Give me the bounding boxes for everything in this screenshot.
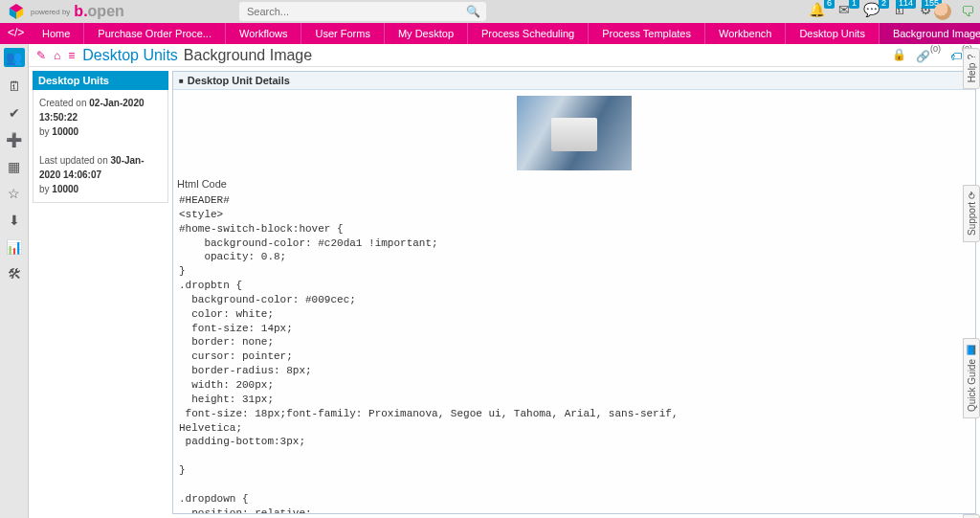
rail-check-icon[interactable]: ✔ [9, 105, 20, 121]
nav-item-workbench[interactable]: Workbench [705, 23, 786, 44]
lock-icon[interactable]: 🔒 [892, 48, 906, 63]
nav-item-user-forms[interactable]: User Forms [301, 23, 384, 44]
brand: b.open [74, 3, 123, 20]
dock-guide[interactable]: Quick Guide 📘 [963, 338, 980, 418]
mail-icon[interactable]: ✉1 [838, 2, 850, 17]
topbar: powered by b.open 🔍 🔔6 ✉1 💬2 🗓114 ⚙155 🗨 [0, 0, 980, 23]
nav-item-my-desktop[interactable]: My Desktop [385, 23, 468, 44]
top-icons: 🔔6 ✉1 💬2 🗓114 ⚙155 [809, 2, 932, 17]
chat-bubble-icon[interactable]: 🗨 [961, 4, 974, 19]
nav-item-process-scheduling[interactable]: Process Scheduling [468, 23, 589, 44]
rail-tools-icon[interactable]: 🛠 [8, 266, 21, 282]
main-nav: </> HomePurchase Order Proce...Workflows… [0, 23, 980, 44]
rail-apps-icon[interactable]: ▦ [8, 159, 20, 174]
rail-star-icon[interactable]: ☆ [8, 186, 20, 201]
search-input[interactable] [239, 6, 466, 17]
rail-chart-icon[interactable]: 📊 [6, 239, 22, 255]
dock-blog[interactable]: User Blog ✎ [963, 514, 980, 518]
nav-item-process-templates[interactable]: Process Templates [589, 23, 705, 44]
right-dock: Help ? Support ⟳ Quick Guide 📘 User Blog… [963, 44, 980, 518]
breadcrumb-tools: 🔒 🔗(0) 🏷(0) [892, 48, 972, 63]
detail-panel: Desktop Unit Details Html Code #HEADER# … [172, 71, 976, 514]
side-panel-meta: Created on 02-Jan-2020 13:50:22 by 10000… [33, 90, 168, 203]
chat-icon[interactable]: 💬2 [863, 2, 880, 17]
search-input-wrap[interactable]: 🔍 [239, 2, 486, 21]
avatar[interactable] [934, 3, 951, 20]
search-icon[interactable]: 🔍 [466, 5, 486, 18]
powered-label: powered by [31, 8, 70, 16]
breadcrumb-current: Background Image [184, 47, 312, 64]
dock-help[interactable]: Help ? [963, 48, 980, 89]
code-toggle-icon[interactable]: </> [8, 26, 24, 39]
bell-icon[interactable]: 🔔6 [809, 2, 825, 17]
left-rail: 👥 🗓 ✔ ➕ ▦ ☆ ⬇ 📊 🛠 [0, 44, 29, 518]
side-panel-head: Desktop Units [33, 71, 168, 90]
html-code-block: #HEADER# <style> #home-switch-block:hove… [173, 191, 975, 514]
edit-icon[interactable]: ✎ [36, 49, 46, 62]
nav-item-workflows[interactable]: Workflows [226, 23, 302, 44]
rail-download-icon[interactable]: ⬇ [9, 213, 20, 228]
body-row: Desktop Units Created on 02-Jan-2020 13:… [29, 67, 980, 518]
gear-icon[interactable]: ⚙155 [920, 2, 932, 17]
side-panel: Desktop Units Created on 02-Jan-2020 13:… [29, 67, 172, 518]
rail-add-icon[interactable]: ➕ [6, 132, 22, 147]
nav-item-home[interactable]: Home [29, 23, 84, 44]
rail-calendar-icon[interactable]: 🗓 [8, 79, 21, 94]
code-label: Html Code [173, 176, 975, 191]
content: ✎ ⌂ ≡ Desktop Units Background Image 🔒 🔗… [29, 44, 980, 518]
breadcrumb-parent[interactable]: Desktop Units [82, 47, 178, 64]
rail-users-icon[interactable]: 👥 [4, 48, 25, 67]
link-icon[interactable]: 🔗(0) [916, 48, 941, 63]
background-image-thumb [517, 96, 632, 170]
detail-panel-head: Desktop Unit Details [173, 72, 975, 90]
nav-item-desktop-units[interactable]: Desktop Units [786, 23, 879, 44]
calendar-icon[interactable]: 🗓114 [893, 2, 906, 17]
logo-icon [8, 3, 25, 20]
dock-support[interactable]: Support ⟳ [963, 185, 980, 242]
home-icon[interactable]: ⌂ [54, 49, 60, 62]
nav-item-purchase-order-proce-[interactable]: Purchase Order Proce... [84, 23, 226, 44]
main: 👥 🗓 ✔ ➕ ▦ ☆ ⬇ 📊 🛠 ✎ ⌂ ≡ Desktop Units Ba… [0, 44, 980, 518]
menu-icon[interactable]: ≡ [68, 49, 75, 62]
breadcrumb: ✎ ⌂ ≡ Desktop Units Background Image 🔒 🔗… [29, 44, 980, 67]
nav-item-background-image[interactable]: Background Image [880, 23, 980, 44]
